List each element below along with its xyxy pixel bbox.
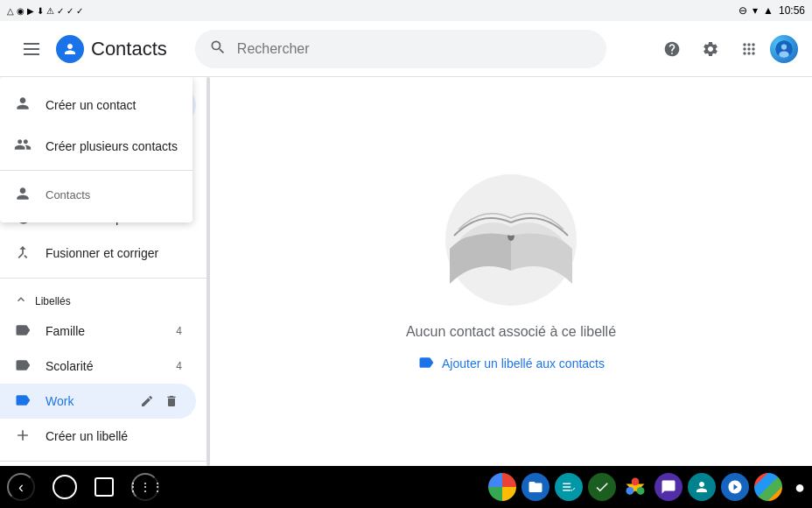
taskbar: ‹ ⋮⋮⋮ [0,466,812,508]
taskbar-apps: ● [488,473,805,501]
work-label: Work [46,394,122,408]
taskbar-tasks[interactable] [588,473,616,501]
help-button[interactable] [654,32,690,67]
delete-work-button[interactable] [161,391,182,412]
divider-1 [0,278,210,279]
header-actions [654,32,798,67]
chevron-icon[interactable] [14,293,28,310]
create-contact-item[interactable]: Créer un contact [0,84,192,125]
sidebar-wrapper: Contacts Créer un contact [0,77,210,466]
status-bar-left: △◉▶⬇⚠✓✓✓ [7,6,83,16]
app-container: Contacts [0,21,812,466]
contacts-item-in-dropdown[interactable]: Contacts [0,174,192,215]
svg-rect-1 [24,48,39,50]
apps-button[interactable] [732,32,766,67]
dropdown-divider [0,170,192,171]
sidebar-item-famille[interactable]: Famille 4 [0,314,196,349]
edit-work-button[interactable] [136,391,158,412]
create-multiple-label: Créer plusieurs contacts [46,139,178,153]
app-title: Contacts [91,38,167,60]
create-label-text: Créer un libellé [46,429,182,443]
divider-2 [0,461,210,462]
search-bar[interactable] [195,30,606,68]
search-icon [209,39,227,60]
work-actions [136,391,182,412]
status-bar-right: ⊖ ▾ ▲ 10:56 [738,4,805,17]
taskbar-notes[interactable] [555,473,583,501]
famille-count: 4 [176,325,182,337]
taskbar-files[interactable] [522,473,550,501]
header: Contacts [0,21,812,77]
taskbar-store[interactable] [721,473,749,501]
signal-icon: ▲ [763,4,774,17]
taskbar-chrome[interactable] [488,473,516,501]
merge-icon [14,243,32,264]
famille-label: Famille [46,324,162,338]
sidebar-item-work[interactable]: Work [0,384,196,419]
wifi-icon: ▾ [752,4,758,17]
contacts-icon-dropdown [14,185,32,205]
svg-rect-2 [24,53,39,55]
taskbar-colorful[interactable] [754,473,782,501]
labels-section-header: Libellés [0,286,210,314]
empty-state-message: Aucun contact associé à ce libellé [406,324,616,340]
scolarite-count: 4 [176,360,182,372]
apps-grid-button[interactable]: ⋮⋮⋮ [131,473,159,501]
scroll-indicator [206,77,210,466]
search-input[interactable] [237,41,592,57]
sidebar-item-scolarite[interactable]: Scolarité 4 [0,349,196,384]
add-label-text: Ajouter un libellé aux contacts [442,356,605,370]
label-link-icon [417,354,435,374]
status-icons: △◉▶⬇⚠✓✓✓ [7,6,83,16]
taskbar-status: ● [794,477,805,497]
avatar[interactable] [770,35,798,63]
create-multiple-contacts-item[interactable]: Créer plusieurs contacts [0,125,192,166]
svg-point-5 [779,51,788,58]
label-work-icon [14,392,32,412]
recents-button[interactable] [94,477,114,497]
create-dropdown: Créer un contact Créer plusieurs contact… [0,77,192,222]
taskbar-contacts2[interactable] [688,473,716,501]
label-scolarite-icon [14,356,32,377]
main-content: Aucun contact associé à ce libellé Ajout… [210,77,812,466]
contacts-label: Contacts [46,188,90,201]
add-label-icon [14,427,32,447]
app-logo: Contacts [56,35,167,63]
add-label-link[interactable]: Ajouter un libellé aux contacts [417,354,605,374]
svg-rect-0 [24,43,39,45]
status-bar: △◉▶⬇⚠✓✓✓ ⊖ ▾ ▲ 10:56 [0,0,812,21]
back-button[interactable]: ‹ [7,473,35,501]
sidebar: Contacts Créer un contact [0,77,210,466]
create-contact-label: Créer un contact [46,98,136,112]
menu-button[interactable] [14,32,49,67]
battery-icon: ⊖ [738,4,747,17]
book-illustration [424,170,598,310]
scolarite-label: Scolarité [46,359,162,373]
svg-point-11 [637,487,645,495]
svg-point-12 [626,487,634,495]
merge-label: Fusionner et corriger [46,246,182,260]
label-famille-icon [14,321,32,342]
people-icon [14,136,32,156]
taskbar-photos[interactable] [621,473,649,501]
taskbar-messages[interactable] [654,473,682,501]
taskbar-nav: ‹ ⋮⋮⋮ [7,473,159,501]
sidebar-item-create-label[interactable]: Créer un libellé [0,419,196,454]
svg-point-4 [781,44,787,49]
logo-icon [56,35,84,63]
clock: 10:56 [779,4,805,17]
content: Contacts Créer un contact [0,77,812,466]
settings-button[interactable] [693,32,728,67]
home-button[interactable] [52,475,77,499]
sidebar-item-merge[interactable]: Fusionner et corriger [0,236,196,271]
labels-title: Libellés [35,295,71,307]
person-icon [14,95,32,115]
svg-point-10 [632,478,640,486]
empty-state: Aucun contact associé à ce libellé Ajout… [406,170,616,374]
